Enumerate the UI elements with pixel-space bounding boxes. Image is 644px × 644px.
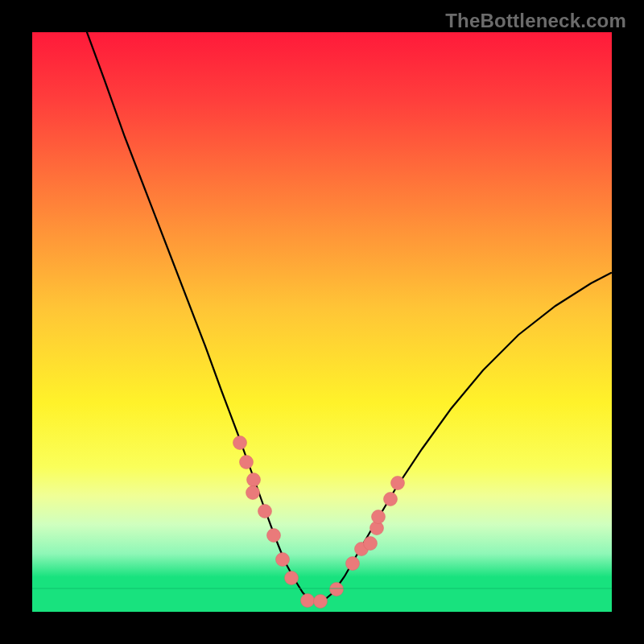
marker-dot [384, 493, 398, 506]
marker-dot [267, 529, 281, 543]
marker-dot [247, 473, 261, 487]
marker-dot [246, 486, 260, 500]
marker-dot [258, 505, 272, 518]
plot-area [32, 32, 612, 612]
marker-dot [330, 583, 344, 597]
marker-dot [285, 572, 299, 585]
marker-dots [233, 436, 405, 609]
watermark-text: TheBottleneck.com [445, 10, 626, 32]
marker-dot [301, 594, 315, 608]
marker-dot [364, 537, 378, 551]
marker-dot [314, 595, 328, 609]
marker-dot [372, 510, 386, 524]
marker-dot [233, 436, 247, 450]
curve-left [87, 32, 316, 602]
marker-dot [346, 557, 360, 571]
marker-dot [276, 553, 290, 567]
marker-dot [391, 477, 405, 490]
chart-svg [32, 32, 612, 612]
marker-dot [240, 456, 254, 469]
